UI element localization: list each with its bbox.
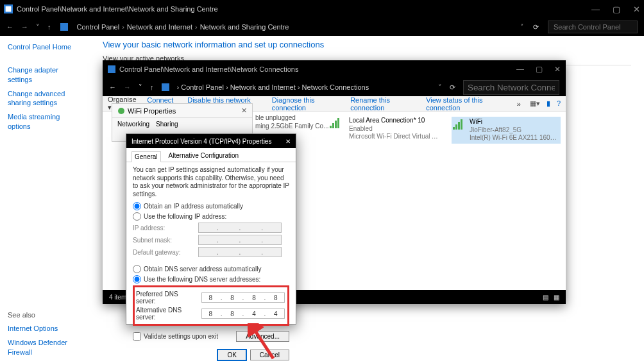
dropdown-icon[interactable]: ˅ xyxy=(438,83,442,92)
minimize-icon[interactable]: — xyxy=(591,4,600,14)
network-adapter-item-selected[interactable]: WiFi JioFiber-Aft82_5G Intel(R) Wi-Fi 6E… xyxy=(452,117,561,144)
preferred-dns-input[interactable]: 8.8.8.8 xyxy=(201,292,285,303)
forward-icon[interactable]: → xyxy=(21,23,28,31)
cancel-button[interactable]: Cancel xyxy=(250,350,289,360)
gateway-input: ... xyxy=(198,247,282,257)
alt-config-tab[interactable]: Alternative Configuration xyxy=(166,151,242,162)
search-input[interactable] xyxy=(548,21,638,33)
ipv4-properties-dialog: Internet Protocol Version 4 (TCP/IPv4) P… xyxy=(126,133,296,325)
signal-icon xyxy=(330,117,345,128)
view-status-button[interactable]: View status of this connection xyxy=(426,96,508,112)
recent-icon[interactable]: ˅ xyxy=(36,23,40,31)
outer-titlebar: Control Panel\Network and Internet\Netwo… xyxy=(0,0,644,18)
conn-title-text: Control Panel\Network and Internet\Netwo… xyxy=(119,65,298,73)
adapter-name: Local Area Connection* 10 xyxy=(349,117,439,125)
minimize-icon[interactable]: — xyxy=(516,65,524,74)
back-icon[interactable]: ← xyxy=(6,23,13,31)
validate-label: Validate settings upon exit xyxy=(144,333,218,340)
close-icon[interactable]: ✕ xyxy=(633,4,640,14)
crumb[interactable]: Network and Sharing Centre xyxy=(200,23,289,31)
ipv4-description: You can get IP settings assigned automat… xyxy=(133,166,289,198)
dropdown-icon[interactable]: ˅ xyxy=(520,23,524,31)
maximize-icon[interactable]: ▢ xyxy=(613,4,620,14)
close-icon[interactable]: ✕ xyxy=(285,138,291,145)
crumb[interactable]: Network and Internet xyxy=(127,23,192,31)
dns-highlight-box: Preferred DNS server: 8.8.8.8 Alternativ… xyxy=(133,285,289,326)
ip-input: ... xyxy=(198,223,282,233)
diagnose-button[interactable]: Diagnose this connection xyxy=(272,96,341,112)
ethernet-adapter-partial: ble unplugged ming 2.5GbE Family Co... xyxy=(255,114,328,130)
more-button[interactable]: » xyxy=(517,100,521,108)
wifi-icon xyxy=(117,107,125,115)
tiles-view-icon[interactable]: ▦ xyxy=(554,294,559,301)
adapter-detail: Microsoft Wi-Fi Direct Virtual Ada... xyxy=(349,133,439,141)
adapter-status: JioFiber-Aft82_5G xyxy=(470,126,559,135)
up-icon[interactable]: ↑ xyxy=(47,23,51,31)
sidebar-link[interactable]: Media streaming options xyxy=(8,112,82,131)
control-panel-icon xyxy=(4,4,13,13)
refresh-icon[interactable]: ⟳ xyxy=(533,23,539,31)
back-icon[interactable]: ← xyxy=(109,83,116,91)
see-also-link[interactable]: Internet Options xyxy=(8,324,82,333)
manual-dns-radio[interactable] xyxy=(133,275,141,283)
ipv4-title-text: Internet Protocol Version 4 (TCP/IPv4) P… xyxy=(131,138,271,145)
gateway-label: Default gateway: xyxy=(133,249,196,256)
alternate-dns-input[interactable]: 8.8.4.4 xyxy=(201,308,285,319)
sidebar-link[interactable]: Change advanced sharing settings xyxy=(8,89,82,108)
refresh-icon[interactable]: ⟳ xyxy=(450,83,455,92)
recent-icon[interactable]: ˅ xyxy=(139,83,142,92)
outer-breadcrumb[interactable]: Control Panel› Network and Internet› Net… xyxy=(77,23,289,31)
svg-point-5 xyxy=(118,108,124,114)
breadcrumb-icon xyxy=(162,83,169,91)
close-icon[interactable]: ✕ xyxy=(554,65,561,74)
adapter-name: WiFi xyxy=(470,118,559,126)
manual-ip-radio[interactable] xyxy=(133,212,141,221)
manual-ip-label: Use the following IP address: xyxy=(144,213,226,220)
advanced-button[interactable]: Advanced... xyxy=(236,331,289,342)
svg-rect-2 xyxy=(60,23,68,31)
crumb[interactable]: Control Panel xyxy=(77,23,120,31)
close-icon[interactable]: ✕ xyxy=(241,106,247,115)
ipv4-titlebar: Internet Protocol Version 4 (TCP/IPv4) P… xyxy=(126,134,296,148)
auto-ip-radio[interactable] xyxy=(133,202,141,210)
maximize-icon[interactable]: ▢ xyxy=(536,65,543,74)
details-view-icon[interactable]: ▤ xyxy=(543,294,548,301)
conn-search-input[interactable] xyxy=(463,80,559,95)
sharing-tab[interactable]: Sharing xyxy=(156,121,178,128)
forward-icon[interactable]: → xyxy=(124,83,131,91)
rename-button[interactable]: Rename this connection xyxy=(350,96,417,112)
adapter-status: Enabled xyxy=(349,125,439,133)
wifi-prop-title: WiFi Properties xyxy=(128,107,176,115)
up-icon[interactable]: ↑ xyxy=(150,83,154,91)
conn-toolbar: ← → ˅ ↑ › Control Panel › Network and In… xyxy=(103,78,566,96)
sidebar: Control Panel Home Change adapter settin… xyxy=(0,36,90,363)
conn-titlebar: Control Panel\Network and Internet\Netwo… xyxy=(103,60,566,78)
outer-toolbar: ← → ˅ ↑ Control Panel› Network and Inter… xyxy=(0,18,644,36)
cp-home-link[interactable]: Control Panel Home xyxy=(8,42,82,51)
manual-dns-label: Use the following DNS server addresses: xyxy=(144,276,260,283)
breadcrumb-icon xyxy=(60,23,68,31)
validate-checkbox[interactable] xyxy=(133,332,141,341)
help-icon[interactable]: ? xyxy=(557,99,561,108)
networking-tab[interactable]: Networking xyxy=(117,121,149,128)
see-also-link[interactable]: Windows Defender Firewall xyxy=(8,338,82,357)
adapter-detail: Intel(R) Wi-Fi 6E AX211 160MHz xyxy=(470,134,559,142)
auto-ip-label: Obtain an IP address automatically xyxy=(144,203,243,210)
auto-dns-radio[interactable] xyxy=(133,265,141,273)
svg-rect-1 xyxy=(6,6,12,12)
preview-pane-icon[interactable]: ▮ xyxy=(547,99,550,108)
svg-rect-4 xyxy=(162,83,169,91)
crumb[interactable]: › Control Panel › Network and Internet ›… xyxy=(177,83,369,91)
ip-label: IP address: xyxy=(133,224,196,232)
sidebar-link[interactable]: Change adapter settings xyxy=(8,65,82,84)
ok-button[interactable]: OK xyxy=(217,350,246,360)
signal-icon xyxy=(453,118,466,130)
network-adapter-item[interactable]: Local Area Connection* 10 Enabled Micros… xyxy=(330,117,439,144)
page-heading: View your basic network information and … xyxy=(103,40,631,49)
svg-rect-3 xyxy=(108,65,115,73)
general-tab[interactable]: General xyxy=(131,151,161,162)
ipv4-tabs: General Alternative Configuration xyxy=(126,148,296,162)
alt-dns-label: Alternative DNS server: xyxy=(136,307,199,321)
auto-dns-label: Obtain DNS server address automatically xyxy=(144,266,261,273)
view-mode-icon[interactable]: ▦▾ xyxy=(530,99,540,108)
